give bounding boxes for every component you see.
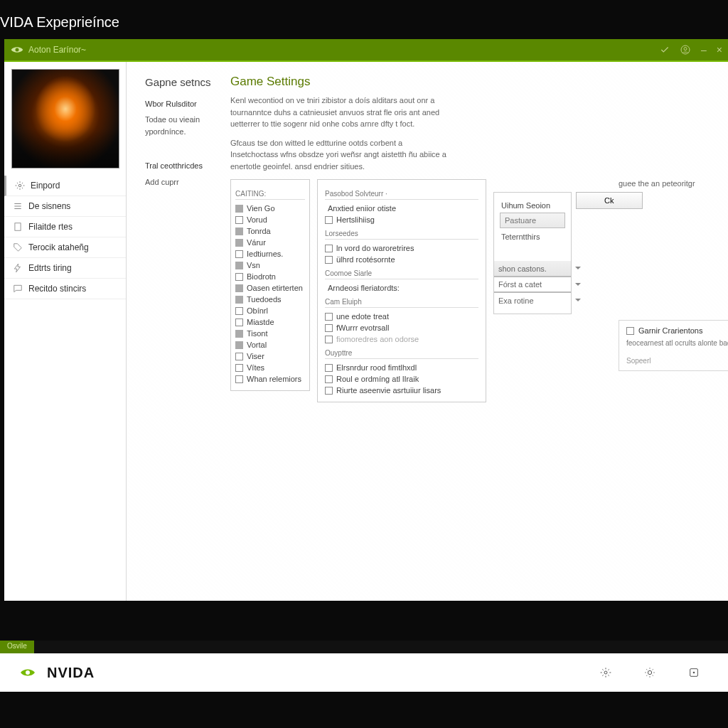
nvidia-eye-icon bbox=[10, 43, 24, 57]
group-title: Cam Eluiph bbox=[325, 298, 478, 308]
settings-icon[interactable] bbox=[600, 667, 611, 678]
checkbox[interactable] bbox=[325, 245, 333, 252]
option-label: Riurte aseenvie asrtuiiur lisars bbox=[336, 386, 441, 395]
list-item[interactable]: Tuedoeds bbox=[235, 294, 305, 305]
sidebar-item-label: Edtrts tiring bbox=[28, 263, 72, 273]
option-row[interactable]: ülhrd rcotésornte bbox=[325, 254, 478, 265]
gear-icon bbox=[15, 181, 25, 191]
note-panel: Garnir Crarientons feocearnest atl ocrul… bbox=[619, 320, 728, 371]
dropdown-item[interactable]: Exa rotine bbox=[494, 292, 571, 308]
svg-point-1 bbox=[684, 48, 687, 50]
sidebar-item-emport[interactable]: Einpord bbox=[4, 176, 126, 196]
list-item[interactable]: Miastde bbox=[235, 316, 305, 328]
list-item[interactable]: Biodrotn bbox=[235, 271, 305, 282]
checkbox[interactable] bbox=[235, 364, 243, 372]
checkbox[interactable] bbox=[325, 256, 333, 264]
group-title: Lorseedes bbox=[325, 230, 478, 240]
list-item[interactable]: Várur bbox=[235, 237, 305, 248]
info-link[interactable]: Add cuprr bbox=[145, 176, 230, 188]
item-label: Vien Go bbox=[247, 204, 275, 213]
checkbox[interactable] bbox=[235, 216, 243, 224]
item-label: Vsn bbox=[247, 261, 260, 269]
list-item[interactable]: Vorud bbox=[235, 214, 305, 225]
option-row[interactable]: Hertslihiisg bbox=[325, 214, 478, 225]
checkbox[interactable] bbox=[235, 375, 243, 383]
list-item[interactable]: Vortal bbox=[235, 339, 305, 350]
checkbox[interactable] bbox=[325, 324, 333, 332]
minimize-button[interactable]: – bbox=[701, 44, 707, 55]
checkbox[interactable] bbox=[235, 250, 243, 258]
item-label: Vortal bbox=[247, 341, 267, 349]
right-column: guee the an peteoritgr Uihum Seoion Tete… bbox=[493, 179, 643, 371]
sidebar-item-label: De sisnens bbox=[28, 201, 70, 211]
option-label: ln vord do waroretrires bbox=[336, 244, 414, 252]
group-title: CAITING: bbox=[235, 190, 305, 200]
selection-panel: Uihum Seoion Teterntthirs shon castons. … bbox=[493, 192, 572, 314]
section-input[interactable] bbox=[500, 213, 565, 228]
option-row[interactable]: une edote treat bbox=[325, 311, 478, 322]
box-icon[interactable] bbox=[688, 667, 700, 678]
game-thumbnail[interactable] bbox=[11, 69, 119, 168]
dropdown-item[interactable]: Fórst a catet bbox=[494, 277, 571, 292]
checkbox[interactable] bbox=[325, 375, 333, 383]
checkbox[interactable] bbox=[325, 364, 333, 372]
close-button[interactable]: × bbox=[717, 44, 722, 55]
item-icon bbox=[235, 262, 243, 269]
item-label: Obínrl bbox=[247, 306, 268, 315]
checkbox[interactable] bbox=[325, 313, 333, 321]
checkbox[interactable] bbox=[626, 327, 634, 335]
checkbox[interactable] bbox=[235, 273, 243, 281]
svg-point-2 bbox=[18, 184, 21, 187]
checkbox[interactable] bbox=[235, 353, 243, 360]
dropdown-item[interactable]: shon castons. bbox=[494, 261, 571, 277]
list-item[interactable]: Vítes bbox=[235, 362, 305, 373]
footer-bar: NVIDA bbox=[0, 653, 728, 692]
note-footer: Sopeerl bbox=[626, 357, 728, 365]
sidebar-item-2[interactable]: Terocik ataheñg bbox=[4, 237, 126, 258]
checkbox[interactable] bbox=[325, 216, 333, 224]
sidebar-item-4[interactable]: Recitdo stincirs bbox=[4, 279, 126, 299]
option-row[interactable]: Riurte aseenvie asrtuiiur lisars bbox=[325, 385, 478, 396]
item-icon bbox=[235, 330, 243, 338]
option-row[interactable]: Roul e ordmíng atl lIraik bbox=[325, 373, 478, 385]
option-row[interactable]: ln vord do waroretrires bbox=[325, 242, 478, 254]
checkbox[interactable] bbox=[235, 318, 243, 326]
checkbox[interactable] bbox=[325, 387, 333, 395]
bolt-icon bbox=[13, 263, 23, 273]
list-item[interactable]: Whan relemiors bbox=[235, 373, 305, 385]
option-row[interactable]: fiomoredres aon odorse bbox=[325, 333, 478, 345]
check-icon[interactable] bbox=[660, 45, 670, 55]
list-item[interactable]: Obínrl bbox=[235, 305, 305, 316]
list-item[interactable]: Oasen etirterten bbox=[235, 282, 305, 294]
ok-button[interactable]: Ck bbox=[576, 192, 643, 209]
checkbox[interactable] bbox=[235, 307, 243, 315]
list-item[interactable]: Tonrda bbox=[235, 225, 305, 237]
group-title: Coomoe Siarle bbox=[325, 269, 478, 279]
item-icon bbox=[235, 284, 243, 292]
item-icon bbox=[235, 228, 243, 235]
doc-icon bbox=[13, 222, 23, 232]
list-item[interactable]: Tisont bbox=[235, 328, 305, 339]
sidebar-item-1[interactable]: Filaitde rtes bbox=[4, 217, 126, 237]
sun-icon[interactable] bbox=[644, 667, 655, 678]
list-item[interactable]: Viser bbox=[235, 350, 305, 362]
footer-tag[interactable]: Osvile bbox=[0, 641, 34, 653]
list-item[interactable]: Vsn bbox=[235, 259, 305, 271]
list-item[interactable]: Vien Go bbox=[235, 203, 305, 214]
bottom-strip: Osvile bbox=[0, 641, 728, 653]
item-label: Tisont bbox=[247, 329, 268, 338]
item-label: Oasen etirterten bbox=[247, 284, 303, 292]
sidebar-item-0[interactable]: De sisnens bbox=[4, 196, 126, 217]
item-label: Biodrotn bbox=[247, 272, 276, 281]
checkbox[interactable] bbox=[325, 336, 333, 343]
left-info-column: Gapne setncs Wbor Rulsditor Todae ou vie… bbox=[145, 75, 230, 402]
sidebar-item-3[interactable]: Edtrts tiring bbox=[4, 258, 126, 279]
list-item[interactable]: Iedtiurnes. bbox=[235, 248, 305, 259]
nvidia-eye-icon bbox=[16, 664, 40, 681]
chat-icon bbox=[13, 284, 23, 294]
option-row[interactable]: Elrsnrdur rood fimtlhxdl bbox=[325, 362, 478, 373]
option-row[interactable]: fWurrr evotrsall bbox=[325, 322, 478, 333]
svg-point-4 bbox=[604, 671, 607, 674]
section-heading: Gapne setncs bbox=[145, 75, 230, 91]
user-icon[interactable] bbox=[680, 44, 691, 55]
